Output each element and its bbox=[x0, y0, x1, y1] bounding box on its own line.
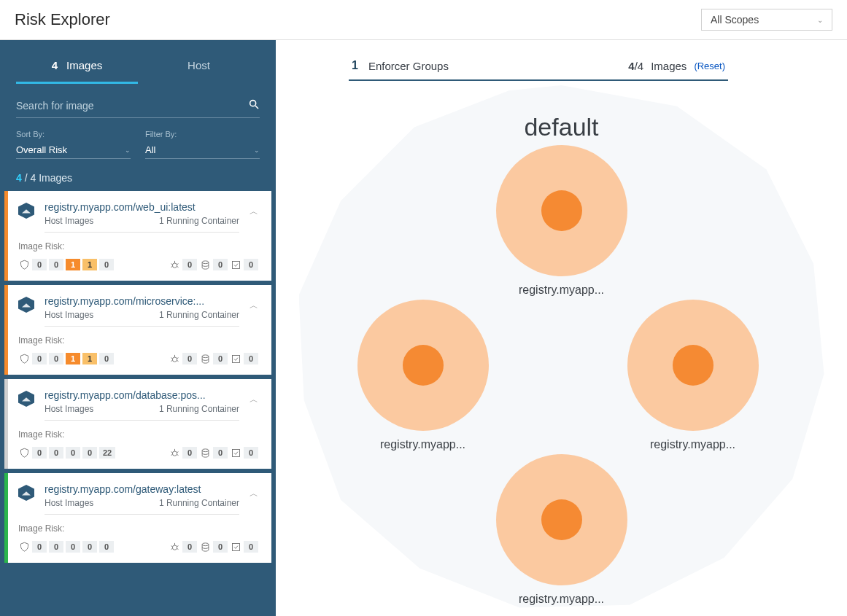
svg-line-1 bbox=[255, 106, 258, 109]
risk-pill: 0 bbox=[66, 541, 80, 553]
filter-value: All bbox=[145, 144, 155, 155]
risk-pill: 0 bbox=[49, 353, 63, 364]
tab-images-count: 4 bbox=[52, 59, 58, 71]
risk-row: 00000 0 0 0 bbox=[18, 541, 258, 553]
risk-pill: 0 bbox=[182, 447, 197, 459]
svg-line-14 bbox=[171, 360, 172, 361]
image-subtitle-right: 1 Running Container bbox=[159, 216, 239, 226]
enforcer-groups-label: Enforcer Groups bbox=[368, 60, 449, 72]
images-label: Images bbox=[651, 60, 687, 72]
svg-line-23 bbox=[177, 454, 178, 455]
svg-point-18 bbox=[172, 451, 177, 456]
chevron-down-icon: ⌄ bbox=[817, 16, 823, 24]
vulnerability-group: 00110 bbox=[18, 259, 114, 270]
vulnerability-group: 00110 bbox=[18, 353, 114, 364]
risk-pill: 0 bbox=[32, 259, 47, 270]
risk-row: 000022 0 0 0 bbox=[18, 447, 258, 459]
image-subtitle-left: Host Images bbox=[45, 404, 93, 414]
image-risk-label: Image Risk: bbox=[18, 523, 258, 534]
filter-select[interactable]: All ⌄ bbox=[145, 141, 260, 159]
filter-row: Sort By: Overall Risk ⌄ Filter By: All ⌄ bbox=[16, 130, 260, 159]
image-title[interactable]: registry.myapp.com/database:pos... bbox=[45, 389, 212, 401]
viz-node[interactable]: registry.myapp... bbox=[496, 454, 627, 606]
image-title[interactable]: registry.myapp.com/web_ui:latest bbox=[45, 201, 212, 213]
risk-pill: 22 bbox=[99, 447, 115, 459]
tab-host-label: Host bbox=[187, 59, 210, 71]
svg-rect-17 bbox=[232, 355, 239, 362]
panel-header-left: 1 Enforcer Groups bbox=[352, 59, 449, 72]
risk-pill: 0 bbox=[99, 259, 114, 270]
image-subtitle-right: 1 Running Container bbox=[159, 310, 239, 320]
image-title[interactable]: registry.myapp.com/gateway:latest bbox=[45, 483, 212, 495]
node-circle-icon bbox=[627, 300, 759, 431]
viz-node[interactable]: registry.myapp... bbox=[357, 300, 489, 451]
bug-icon bbox=[169, 259, 180, 270]
viz-node[interactable]: registry.myapp... bbox=[627, 300, 759, 451]
tab-host[interactable]: Host bbox=[138, 49, 260, 84]
sidebar-tabs: 4Images Host bbox=[0, 40, 276, 84]
image-card[interactable]: registry.myapp.com/gateway:latest Host I… bbox=[4, 473, 271, 563]
tab-images[interactable]: 4Images bbox=[16, 49, 138, 84]
image-card[interactable]: registry.myapp.com/database:pos... Host … bbox=[4, 379, 271, 469]
svg-line-7 bbox=[177, 266, 178, 267]
panel-header: 1 Enforcer Groups 4/4 Images (Reset) bbox=[349, 52, 728, 81]
svg-line-6 bbox=[171, 266, 172, 267]
svg-line-28 bbox=[171, 545, 172, 546]
image-subtitle-left: Host Images bbox=[45, 216, 93, 226]
collapse-chevron-icon[interactable]: ︿ bbox=[250, 488, 258, 500]
checkbox-icon bbox=[230, 541, 241, 553]
images-fraction: 4/4 bbox=[628, 60, 643, 72]
scope-selector[interactable]: All Scopes ⌄ bbox=[701, 9, 832, 31]
sort-filter: Sort By: Overall Risk ⌄ bbox=[16, 130, 131, 159]
bug-icon bbox=[169, 353, 180, 364]
node-label: registry.myapp... bbox=[627, 438, 759, 451]
checkbox-icon bbox=[230, 259, 241, 270]
risk-pill: 0 bbox=[244, 353, 258, 364]
collapse-chevron-icon[interactable]: ︿ bbox=[250, 206, 258, 218]
image-card[interactable]: registry.myapp.com/microservice:... Host… bbox=[4, 285, 271, 375]
malware-group: 0 0 0 bbox=[169, 259, 258, 270]
image-card[interactable]: registry.myapp.com/web_ui:latest Host Im… bbox=[4, 191, 271, 281]
search-icon[interactable] bbox=[248, 98, 260, 113]
vulnerability-group: 000022 bbox=[18, 447, 115, 459]
shield-icon bbox=[18, 353, 30, 364]
panel-header-right: 4/4 Images (Reset) bbox=[628, 60, 725, 72]
sort-select[interactable]: Overall Risk ⌄ bbox=[16, 141, 131, 159]
risk-pill: 0 bbox=[99, 541, 114, 553]
reset-link[interactable]: (Reset) bbox=[694, 61, 725, 71]
image-title[interactable]: registry.myapp.com/microservice:... bbox=[45, 295, 212, 307]
node-label: registry.myapp... bbox=[357, 438, 489, 451]
risk-pill: 0 bbox=[213, 353, 228, 364]
search-row bbox=[16, 94, 260, 118]
collapse-chevron-icon[interactable]: ︿ bbox=[250, 394, 258, 406]
risk-row: 00110 0 0 0 bbox=[18, 259, 258, 270]
risk-pill: 0 bbox=[182, 541, 197, 553]
image-hex-icon bbox=[18, 297, 34, 313]
collapse-chevron-icon[interactable]: ︿ bbox=[250, 300, 258, 312]
risk-pill: 0 bbox=[32, 541, 47, 553]
svg-point-16 bbox=[202, 354, 209, 357]
search-input[interactable] bbox=[16, 100, 248, 112]
svg-line-22 bbox=[171, 454, 172, 455]
enforcer-groups-count: 1 bbox=[352, 59, 358, 72]
image-hex-icon bbox=[18, 391, 34, 407]
viz-node[interactable]: registry.myapp... bbox=[496, 145, 627, 297]
risk-pill: 0 bbox=[66, 447, 80, 459]
image-count-highlight: 4 bbox=[16, 172, 22, 184]
database-icon bbox=[199, 259, 211, 270]
image-count-line: 4 / 4 Images bbox=[16, 172, 260, 184]
risk-pill: 0 bbox=[49, 541, 63, 553]
scope-selector-value: All Scopes bbox=[711, 14, 759, 26]
filter-by: Filter By: All ⌄ bbox=[145, 130, 260, 159]
risk-pill: 0 bbox=[213, 541, 228, 553]
risk-pill: 0 bbox=[32, 447, 47, 459]
image-risk-label: Image Risk: bbox=[18, 335, 258, 346]
svg-line-15 bbox=[177, 360, 178, 361]
svg-line-20 bbox=[171, 451, 172, 452]
svg-line-30 bbox=[171, 548, 172, 549]
svg-line-21 bbox=[177, 451, 178, 452]
svg-rect-33 bbox=[232, 543, 239, 550]
shield-icon bbox=[18, 259, 30, 270]
risk-pill: 0 bbox=[244, 259, 258, 270]
svg-point-0 bbox=[250, 101, 256, 106]
